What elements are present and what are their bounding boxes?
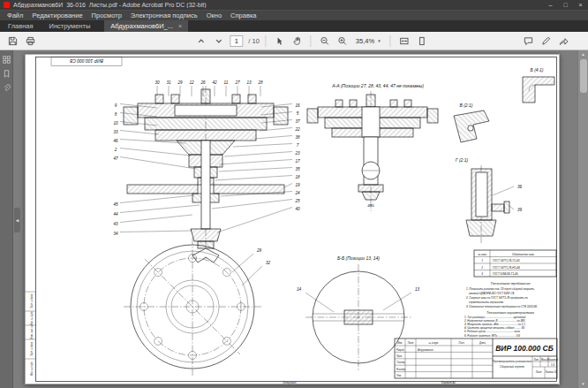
section-a-a-label: А-А (Позиции 27, 28, 43, 44, 47 не показ…	[331, 83, 424, 88]
tech-req-line: 2. Сварные швы по ГОСТ 14771-76 проверит…	[465, 296, 528, 300]
scroll-down-icon[interactable]: ▼	[581, 380, 584, 388]
position-number: 18	[295, 175, 300, 179]
title-bar: Абдурахманов6И_36-016_Листы.pdf - Adobe …	[0, 0, 588, 10]
tab-document-label: Абдурахманов6И_...	[110, 22, 173, 30]
tech-char-line: 6. Рабочее давление, МПа ...............…	[464, 334, 520, 338]
toolbar-right-group	[521, 34, 570, 48]
tech-req-line: смазкой ЦИАТИМ-201 ГОСТ 6267-74.	[469, 292, 515, 295]
close-button[interactable]: ×	[573, 0, 588, 10]
menu-edit[interactable]: Редактирование	[27, 11, 87, 19]
position-number: 13	[415, 287, 420, 292]
print-icon	[26, 36, 35, 46]
title-block: Изм. Лист № докум. Подп. Дата Разраб. Аб…	[395, 339, 559, 378]
position-number: 2	[114, 148, 117, 152]
pdf-page[interactable]: ВИР 100.000 СБ Подп. и дата Инв. № дубл.…	[25, 54, 560, 384]
section-b-b: Б-Б (Позиции 13, 14) 13 14	[297, 255, 420, 370]
next-page-button[interactable]	[212, 34, 226, 48]
bookmarks-button[interactable]	[2, 69, 11, 78]
scroll-up-icon[interactable]: ▲	[581, 50, 584, 58]
scale-value: 1:2	[551, 363, 555, 367]
utv-label: Утв.	[396, 374, 402, 377]
position-number: 24	[294, 191, 300, 195]
save-icon	[8, 36, 18, 46]
menu-esign[interactable]: Электронная подпись	[126, 11, 202, 19]
single-page-button[interactable]	[415, 34, 429, 48]
minimize-button[interactable]: –	[543, 0, 558, 10]
position-callouts-lower-left: 45 44 43 34	[113, 195, 200, 236]
margin-cell-label: Инв. № дубл.	[30, 311, 34, 325]
position-number: 12	[189, 80, 194, 85]
save-button[interactable]	[5, 34, 19, 48]
previous-page-button[interactable]	[194, 34, 208, 48]
flange-top-view: 29 32	[124, 238, 271, 376]
title-block-header: № докум.	[428, 341, 439, 345]
zoom-in-button[interactable]	[335, 34, 350, 48]
zoom-out-button[interactable]	[318, 34, 332, 48]
position-number: 43	[113, 222, 118, 226]
paperclip-icon	[3, 84, 11, 92]
print-button[interactable]	[23, 34, 37, 48]
sheets-label: Листов 10	[544, 370, 557, 374]
tech-req-line: 3. Остальные технические требования по С…	[466, 305, 538, 308]
menu-window[interactable]: Окно	[202, 11, 226, 19]
hand-icon	[292, 36, 302, 46]
position-number: 16	[295, 103, 300, 108]
position-number: 47	[113, 156, 118, 161]
panel-collapse-handle[interactable]: ◀	[14, 208, 20, 232]
position-number: 29	[177, 80, 183, 85]
tech-req-line: герметичность керосином.	[469, 301, 504, 304]
toolbar-divider	[311, 35, 312, 47]
toolbar: 1 / 10 35,4% ▼	[0, 32, 588, 50]
comment-icon	[524, 36, 533, 46]
menu-bar: Файл Редактирование Просмотр Электронная…	[0, 10, 588, 20]
tech-char-title: Техническая характеристика	[486, 311, 534, 315]
menu-help[interactable]: Справка	[226, 11, 260, 19]
drawing-sheet: ВИР 100.000 СБ Подп. и дата Инв. № дубл.…	[25, 54, 560, 384]
navigation-rail	[0, 50, 13, 388]
position-number: 27	[234, 80, 240, 85]
fit-width-icon	[399, 36, 409, 46]
page-thumbnails-button[interactable]	[2, 55, 11, 64]
position-number: 17	[295, 159, 300, 164]
position-number: 45	[113, 202, 118, 207]
technical-characteristics: Техническая характеристика 1. Тип раство…	[464, 311, 534, 338]
fill-sign-button[interactable]	[539, 34, 553, 48]
detail-b-label: Б (4:1)	[531, 67, 544, 72]
page-number-input[interactable]: 1	[230, 35, 243, 47]
position-number: 40	[295, 207, 300, 211]
select-tool-button[interactable]	[273, 34, 287, 48]
toolbar-left-group	[5, 34, 37, 48]
single-page-icon	[417, 36, 426, 46]
tab-tools[interactable]: Инструменты	[41, 20, 99, 32]
attachments-button[interactable]	[2, 83, 11, 92]
weld-table-header: Обозначение шва	[512, 253, 534, 256]
main-assembly-view	[124, 86, 288, 262]
tab-document[interactable]: Абдурахманов6И_... ×	[104, 20, 188, 32]
fit-width-button[interactable]	[397, 34, 411, 48]
position-number: 11	[224, 80, 229, 85]
position-number: 9	[115, 103, 117, 108]
share-button[interactable]	[556, 34, 570, 48]
position-number: 36	[517, 185, 523, 189]
tab-close-icon[interactable]: ×	[178, 23, 182, 29]
weld-table-cell: 2	[480, 266, 483, 270]
document-canvas[interactable]: ВИР 100.000 СБ Подп. и дата Инв. № дубл.…	[13, 50, 577, 388]
menu-view[interactable]: Просмотр	[87, 11, 126, 19]
comment-button[interactable]	[521, 34, 535, 48]
detail-g-view: Г (2:1) 36 39	[456, 157, 523, 243]
position-number: 30	[155, 80, 160, 85]
zoom-level-dropdown[interactable]: 35,4% ▼	[353, 37, 384, 45]
margin-cell-label: Инв. № подл.	[30, 361, 34, 376]
scrollbar-thumb[interactable]	[580, 59, 587, 93]
position-number: 35	[295, 167, 300, 171]
weld-table-cell: ГОСТ 5264-80-Т1-Δ5	[493, 272, 518, 276]
razrab-label: Разраб.	[396, 348, 405, 352]
menu-file[interactable]: Файл	[3, 11, 27, 19]
tab-home[interactable]: Главная	[0, 20, 41, 32]
position-number: 10	[113, 121, 118, 126]
vertical-scrollbar[interactable]: ▲ ▼	[577, 50, 588, 388]
maximize-button[interactable]: □	[558, 0, 573, 10]
hand-tool-button[interactable]	[290, 34, 305, 48]
position-number: 46	[113, 139, 118, 143]
weld-table-header: № шва	[478, 253, 486, 256]
